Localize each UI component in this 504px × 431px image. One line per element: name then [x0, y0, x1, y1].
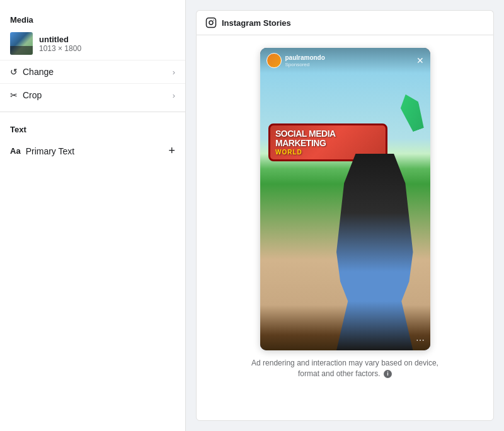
- media-preview: untitled 1013 × 1800: [0, 27, 185, 60]
- svg-point-1: [209, 21, 213, 25]
- preview-area: SOCIAL MEDIA MARKETING WORLD paulramondo…: [196, 35, 494, 421]
- text-format-icon: Aa: [10, 146, 21, 156]
- crop-item-left: ✂ Crop: [10, 90, 42, 100]
- section-divider: [0, 112, 185, 112]
- ad-caption: Ad rendering and interaction may vary ba…: [244, 358, 446, 379]
- primary-text-label: Primary Text: [26, 146, 75, 156]
- text-section: Text Aa Primary Text +: [0, 117, 185, 165]
- story-person: [336, 154, 413, 350]
- story-sponsored: Sponsored: [285, 62, 325, 67]
- text-section-title: Text: [10, 125, 26, 134]
- crop-label: Crop: [23, 90, 42, 100]
- change-item-left: ↺ Change: [10, 67, 54, 77]
- primary-text-row[interactable]: Aa Primary Text +: [0, 139, 185, 163]
- story-more-icon[interactable]: ⋯: [416, 335, 425, 345]
- info-icon[interactable]: i: [384, 370, 392, 378]
- crop-icon: ✂: [10, 90, 18, 100]
- svg-point-2: [213, 20, 214, 21]
- media-info: untitled 1013 × 1800: [39, 35, 81, 53]
- platform-title: Instagram Stories: [222, 18, 291, 28]
- story-sign-line1: SOCIAL MEDIA: [275, 129, 381, 139]
- ad-caption-text: Ad rendering and interaction may vary ba…: [251, 359, 438, 378]
- primary-text-left: Aa Primary Text: [10, 146, 74, 156]
- story-close-icon[interactable]: ✕: [416, 55, 424, 66]
- sidebar: Media untitled 1013 × 1800 ↺ Change › ✂ …: [0, 0, 186, 431]
- platform-header: Instagram Stories: [196, 10, 494, 35]
- story-username: paulramondo: [285, 54, 325, 62]
- change-icon: ↺: [10, 67, 18, 77]
- media-dimensions: 1013 × 1800: [39, 44, 81, 53]
- change-item[interactable]: ↺ Change ›: [0, 60, 185, 83]
- media-thumbnail: [10, 32, 33, 55]
- media-section-title: Media: [0, 10, 185, 27]
- crop-chevron-icon: ›: [173, 91, 175, 100]
- main-content: Instagram Stories SOCIAL MEDIA MARKETING…: [186, 0, 504, 431]
- change-chevron-icon: ›: [173, 67, 175, 77]
- story-card: SOCIAL MEDIA MARKETING WORLD paulramondo…: [260, 48, 430, 350]
- crop-item[interactable]: ✂ Crop ›: [0, 83, 185, 106]
- story-header: paulramondo Sponsored ✕: [260, 48, 430, 73]
- media-filename: untitled: [39, 35, 81, 44]
- story-avatar: [266, 53, 282, 68]
- story-user: paulramondo Sponsored: [266, 53, 325, 68]
- add-primary-text-icon[interactable]: +: [168, 144, 175, 158]
- story-sign-line2: MARKETING: [275, 139, 381, 148]
- story-user-info: paulramondo Sponsored: [285, 54, 325, 67]
- svg-rect-0: [207, 18, 216, 28]
- text-section-header: Text: [0, 120, 185, 139]
- instagram-icon: [205, 17, 217, 28]
- change-label: Change: [23, 67, 54, 77]
